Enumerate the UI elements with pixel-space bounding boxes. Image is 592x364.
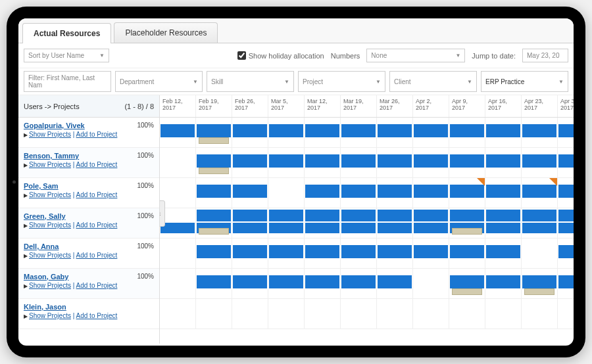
allocation-bar[interactable] [341, 275, 376, 288]
allocation-bar[interactable] [558, 245, 574, 258]
allocation-bar[interactable] [341, 124, 376, 137]
jump-date-input[interactable]: May 23, 20 [522, 49, 568, 62]
allocation-bar[interactable] [378, 275, 412, 288]
allocation-bar[interactable] [233, 210, 267, 221]
add-to-project-link[interactable]: Add to Project [76, 191, 118, 198]
allocation-bar[interactable] [378, 154, 412, 168]
allocation-bar[interactable] [269, 154, 303, 168]
allocation-bar[interactable] [305, 245, 339, 258]
tab-actual-resources[interactable]: Actual Resources [22, 23, 111, 43]
allocation-bar[interactable] [450, 210, 484, 221]
allocation-bar[interactable] [197, 210, 231, 221]
allocation-bar[interactable] [269, 223, 303, 233]
allocation-bar[interactable] [414, 245, 448, 258]
allocation-bar[interactable] [486, 185, 520, 198]
show-projects-link[interactable]: Show Projects [29, 161, 71, 168]
user-name-link[interactable]: Pole, Sam [24, 182, 117, 190]
allocation-bar[interactable] [305, 154, 339, 168]
allocation-bar[interactable] [558, 275, 574, 288]
holiday-checkbox-input[interactable] [237, 51, 246, 60]
allocation-bar[interactable] [486, 154, 520, 168]
project-filter[interactable]: Project▼ [298, 71, 385, 92]
allocation-bar[interactable] [341, 185, 376, 198]
holiday-bar[interactable] [524, 288, 555, 295]
allocation-bar[interactable] [305, 275, 339, 288]
allocation-bar[interactable] [414, 185, 448, 198]
show-projects-link[interactable]: Show Projects [29, 252, 71, 259]
name-filter-input[interactable]: Filter: First Name, Last Nam [24, 71, 111, 92]
allocation-bar[interactable] [269, 245, 303, 258]
allocation-bar[interactable] [160, 223, 195, 233]
user-name-link[interactable]: Klein, Jason [24, 303, 117, 311]
allocation-bar[interactable] [522, 154, 556, 168]
allocation-bar[interactable] [486, 124, 520, 137]
holiday-bar[interactable] [199, 137, 229, 144]
allocation-bar[interactable] [305, 124, 339, 137]
allocation-bar[interactable] [233, 245, 267, 258]
add-to-project-link[interactable]: Add to Project [76, 282, 118, 289]
allocation-bar[interactable] [197, 185, 231, 198]
allocation-bar[interactable] [269, 210, 303, 221]
allocation-bar[interactable] [414, 124, 448, 137]
allocation-bar[interactable] [558, 154, 574, 168]
allocation-bar[interactable] [269, 124, 303, 137]
user-name-link[interactable]: Benson, Tammy [24, 152, 117, 160]
allocation-bar[interactable] [197, 154, 231, 168]
allocation-bar[interactable] [450, 185, 484, 198]
holiday-bar[interactable] [452, 228, 482, 235]
allocation-bar[interactable] [558, 124, 574, 137]
client-filter[interactable]: Client▼ [389, 71, 477, 92]
allocation-bar[interactable] [450, 275, 484, 288]
allocation-bar[interactable] [233, 154, 267, 168]
scroll-left-handle[interactable]: ‹ [160, 200, 165, 227]
allocation-bar[interactable] [522, 275, 556, 288]
practice-filter[interactable]: ERP Practice▼ [481, 71, 568, 92]
user-name-link[interactable]: Green, Sally [24, 212, 117, 220]
allocation-bar[interactable] [558, 210, 574, 221]
user-name-link[interactable]: Mason, Gaby [24, 273, 117, 281]
allocation-bar[interactable] [414, 154, 448, 168]
allocation-bar[interactable] [305, 210, 339, 221]
holiday-checkbox[interactable]: Show holiday allocation [237, 51, 324, 60]
allocation-bar[interactable] [305, 223, 339, 233]
add-to-project-link[interactable]: Add to Project [76, 221, 118, 229]
allocation-bar[interactable] [522, 210, 556, 221]
allocation-bar[interactable] [522, 223, 556, 233]
allocation-bar[interactable] [341, 210, 376, 221]
user-name-link[interactable]: Dell, Anna [24, 242, 117, 250]
show-projects-link[interactable]: Show Projects [29, 191, 71, 198]
allocation-bar[interactable] [341, 245, 376, 258]
allocation-bar[interactable] [486, 245, 520, 258]
allocation-bar[interactable] [486, 223, 520, 233]
numbers-select[interactable]: None ▼ [366, 49, 465, 62]
allocation-bar[interactable] [197, 275, 231, 288]
allocation-bar[interactable] [233, 185, 267, 198]
allocation-bar[interactable] [378, 185, 412, 198]
allocation-bar[interactable] [558, 185, 574, 198]
allocation-bar[interactable] [233, 124, 267, 137]
add-to-project-link[interactable]: Add to Project [76, 131, 118, 138]
allocation-bar[interactable] [486, 210, 520, 221]
skill-filter[interactable]: Skill▼ [207, 71, 294, 92]
allocation-bar[interactable] [341, 223, 376, 233]
allocation-bar[interactable] [233, 275, 267, 288]
add-to-project-link[interactable]: Add to Project [76, 161, 118, 168]
show-projects-link[interactable]: Show Projects [29, 312, 71, 319]
user-name-link[interactable]: Gopalpuria, Vivek [24, 122, 117, 129]
allocation-bar[interactable] [233, 223, 267, 233]
allocation-bar[interactable] [197, 245, 231, 258]
add-to-project-link[interactable]: Add to Project [76, 312, 118, 319]
allocation-bar[interactable] [269, 275, 303, 288]
tab-placeholder-resources[interactable]: Placeholder Resources [114, 22, 218, 43]
holiday-bar[interactable] [199, 228, 229, 235]
show-projects-link[interactable]: Show Projects [29, 221, 71, 229]
allocation-bar[interactable] [450, 154, 484, 168]
allocation-bar[interactable] [414, 223, 448, 233]
allocation-bar[interactable] [305, 185, 339, 198]
allocation-bar[interactable] [378, 223, 412, 233]
allocation-bar[interactable] [486, 275, 520, 288]
allocation-bar[interactable] [450, 245, 484, 258]
show-projects-link[interactable]: Show Projects [29, 282, 71, 289]
holiday-bar[interactable] [199, 168, 229, 174]
allocation-bar[interactable] [558, 223, 574, 233]
